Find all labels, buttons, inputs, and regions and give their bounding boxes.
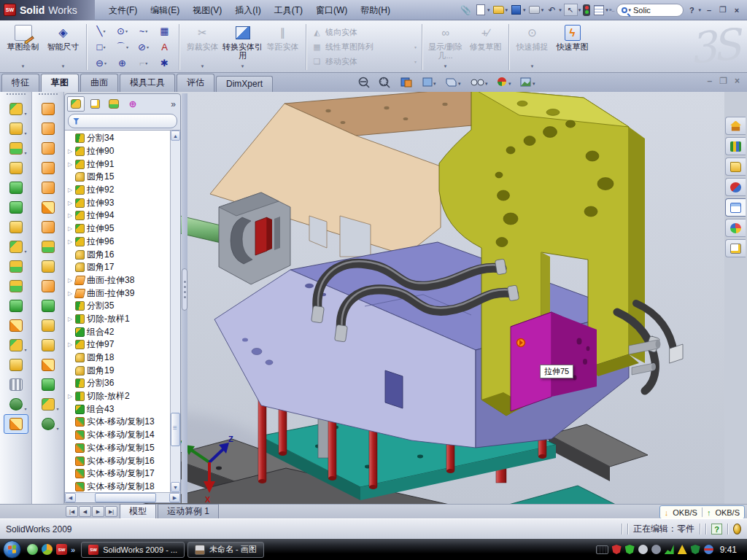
tree-item[interactable]: ▷拉伸91 — [67, 158, 180, 171]
scroll-left-icon[interactable]: ◀ — [65, 493, 76, 502]
solidworks-launcher-icon[interactable]: SW — [56, 544, 67, 555]
sync-blocked-icon[interactable] — [704, 545, 713, 554]
tree-item[interactable]: 分割35 — [67, 300, 180, 313]
tab-mold-tools[interactable]: 模具工具 — [120, 74, 175, 92]
new-doc-icon[interactable] — [474, 4, 487, 16]
knit-surface-icon[interactable] — [36, 335, 61, 355]
toolbar-drag-handle[interactable] — [7, 93, 26, 97]
fillet-icon[interactable]: ▾ — [4, 139, 28, 158]
extruded-cut-icon[interactable]: ▾ — [4, 119, 28, 139]
network-speed-widget[interactable]: ↓ OKB/S ↑ OKB/S — [659, 505, 745, 519]
tree-vertical-scrollbar[interactable]: ▲ ▼ — [170, 131, 180, 492]
tab-sketch[interactable]: 草图 — [41, 74, 79, 92]
point-tool[interactable]: ✱ — [154, 55, 175, 71]
minimize-button[interactable]: – — [703, 4, 715, 16]
tree-item[interactable]: 实体-移动/复制16 — [67, 454, 180, 467]
tree-item[interactable]: ▷切除-放样1 — [67, 313, 180, 326]
ruled-surface-icon[interactable] — [36, 257, 61, 276]
expander-icon[interactable]: ▷ — [67, 316, 73, 322]
dropdown-arrow-icon[interactable]: ▼ — [21, 62, 26, 71]
dimxpertmanager-tab[interactable]: ⊕ — [124, 96, 142, 112]
dropdown-arrow-icon[interactable]: ▾ — [578, 7, 581, 13]
quick-launch-chevron-icon[interactable]: » — [71, 545, 75, 554]
tree-item[interactable]: ▷拉伸93 — [67, 196, 180, 209]
tree-item[interactable]: 组合43 — [67, 402, 180, 416]
view-palette-tab[interactable] — [725, 198, 746, 217]
rectangle-tool[interactable]: □▾ — [90, 39, 112, 55]
tree-item[interactable]: 实体-移动/复制18 — [67, 481, 180, 492]
app-orb-icon[interactable] — [42, 544, 53, 555]
polygon-tool[interactable]: ⊕ — [112, 55, 133, 71]
scrollbar-thumb[interactable] — [171, 413, 180, 446]
tree-item[interactable]: 圆角17 — [67, 261, 180, 274]
appearances-tab[interactable] — [725, 219, 746, 237]
design-library-tab[interactable] — [725, 137, 746, 155]
tree-item[interactable]: ▷拉伸94 — [67, 209, 180, 222]
nav-first-icon[interactable]: |◀ — [66, 506, 78, 517]
propertymanager-tab[interactable] — [86, 96, 104, 112]
file-explorer-tab[interactable] — [725, 158, 746, 176]
scroll-right-icon[interactable]: ▶ — [169, 493, 180, 502]
tree-item[interactable]: 组合42 — [67, 325, 180, 338]
circle-tool[interactable]: ⊙▾ — [112, 23, 133, 39]
toolbox-tab[interactable] — [725, 178, 746, 196]
expander-icon[interactable]: ▷ — [67, 200, 73, 206]
convert-entities-button[interactable]: 转换实体引用▼ — [222, 23, 263, 71]
tree-item[interactable]: 圆角16 — [67, 248, 180, 261]
extend-surface-icon[interactable] — [36, 316, 61, 335]
expander-icon[interactable]: ▷ — [67, 238, 73, 245]
line-tool[interactable]: ╲▾ — [90, 23, 112, 39]
antivirus-shield-icon[interactable] — [625, 545, 635, 554]
search-input[interactable]: ▾ Solic — [616, 4, 684, 17]
tree-item[interactable]: 实体-移动/复制13 — [67, 416, 180, 429]
dropdown-arrow-icon[interactable]: ▾ — [559, 7, 562, 13]
shell-icon[interactable] — [4, 198, 28, 217]
replace-face-icon[interactable] — [36, 296, 61, 316]
tab-features[interactable]: 特征 — [1, 74, 39, 92]
nav-last-icon[interactable]: ▶| — [105, 506, 117, 517]
expander-icon[interactable]: ▷ — [67, 161, 73, 168]
arc-tool[interactable]: ⌒▾ — [112, 39, 133, 55]
curve-icon[interactable] — [4, 375, 28, 394]
chamfer-icon[interactable] — [4, 158, 28, 178]
splitter-grip[interactable] — [182, 268, 187, 311]
tree-item[interactable]: ▷切除-放样2 — [67, 390, 180, 403]
nav-prev-icon[interactable]: ◀ — [79, 506, 91, 517]
tree-filter-box[interactable] — [68, 114, 177, 128]
move-copy-body-icon[interactable] — [4, 316, 28, 335]
taskbar-button-paint[interactable]: 未命名 - 画图 — [187, 542, 264, 558]
parting-line-icon[interactable] — [36, 375, 61, 394]
tree-item[interactable]: 实体-移动/复制14 — [67, 429, 180, 442]
volume-icon[interactable] — [651, 545, 661, 554]
toolbar-drag-handle[interactable] — [39, 93, 58, 97]
tab-evaluate[interactable]: 评估 — [177, 74, 214, 92]
tab-model[interactable]: 模型 — [120, 504, 156, 519]
smart-dimension-button[interactable]: ◈ 智能尺寸▼ — [43, 23, 83, 71]
security-alert-shield-icon[interactable] — [612, 545, 622, 554]
expander-icon[interactable]: ▷ — [67, 148, 73, 155]
delete-face-icon[interactable] — [36, 276, 61, 296]
repair-sketch-button[interactable]: +∕ 修复草图 — [465, 23, 506, 71]
planar-surface-icon[interactable] — [36, 217, 61, 237]
linear-pattern-button[interactable]: ▦ 线性草图阵列▾ — [309, 40, 419, 55]
scroll-down-icon[interactable]: ▼ — [171, 482, 180, 492]
hole-wizard-icon[interactable] — [4, 217, 28, 237]
extruded-boss-icon[interactable]: ▾ — [4, 99, 28, 119]
update-badge-icon[interactable] — [638, 545, 648, 554]
linear-pattern-icon[interactable]: ▾ — [4, 237, 28, 257]
boundary-boss-icon[interactable] — [4, 355, 28, 375]
solidworks-resources-tab[interactable] — [725, 117, 746, 135]
tree-item[interactable]: ▷拉伸97 — [67, 338, 180, 351]
insert-part-icon[interactable]: ▾ — [4, 335, 28, 355]
print-icon[interactable] — [528, 4, 541, 16]
trimmed-surface-icon[interactable] — [36, 139, 61, 158]
doc-minimize-icon[interactable]: – — [708, 76, 713, 86]
panel-splitter[interactable] — [182, 93, 187, 503]
tab-surfaces[interactable]: 曲面 — [80, 74, 118, 92]
expander-icon[interactable]: ▷ — [67, 341, 73, 348]
tree-item[interactable]: 圆角19 — [67, 364, 180, 377]
doc-restore-icon[interactable]: ❐ — [719, 76, 727, 86]
tree-item[interactable]: ▷拉伸95 — [67, 222, 180, 236]
rapid-sketch-button[interactable]: ϟ 快速草图 — [552, 23, 592, 71]
restore-button[interactable]: ❐ — [717, 4, 729, 16]
